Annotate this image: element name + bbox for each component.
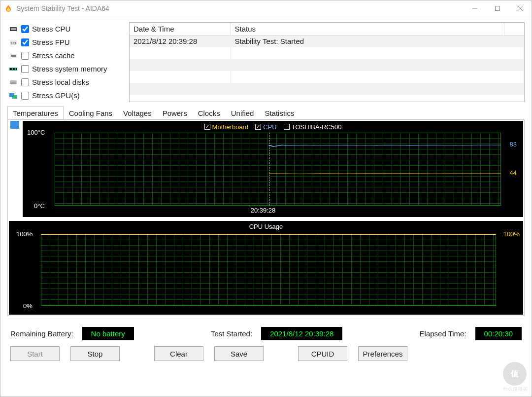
log-status: Stability Test: Started [231, 36, 524, 47]
tabs-body: Motherboard CPU TOSHIBA-RC500 100°C 0°C [7, 119, 525, 316]
stress-fpu-label: Stress FPU [32, 38, 70, 46]
tab-unified[interactable]: Unified [226, 106, 260, 120]
fpu-icon: 123 [7, 38, 19, 47]
temperature-chart: Motherboard CPU TOSHIBA-RC500 100°C 0°C [9, 121, 523, 217]
window-controls [464, 0, 532, 16]
window-title: System Stability Test - AIDA64 [16, 4, 464, 12]
legend-motherboard[interactable]: Motherboard [204, 123, 249, 131]
temp-y-bottom: 0°C [34, 202, 45, 210]
stress-cache-checkbox[interactable] [21, 52, 29, 60]
checkbox-icon [284, 124, 290, 130]
tab-temperatures[interactable]: Temperatures [7, 106, 64, 120]
save-button[interactable]: Save [214, 346, 264, 361]
tab-clocks[interactable]: Clocks [193, 106, 226, 120]
checkbox-icon [255, 124, 261, 130]
cache-icon [7, 51, 19, 60]
svg-rect-1 [496, 6, 500, 10]
svg-rect-15 [16, 68, 17, 70]
checkbox-icon [204, 124, 210, 130]
stop-button[interactable]: Stop [70, 346, 120, 361]
temp-y-top: 100°C [27, 129, 45, 136]
stress-gpu-label: Stress GPU(s) [32, 91, 80, 100]
elapsed-value: 00:20:30 [475, 327, 522, 340]
svg-rect-5 [11, 28, 16, 30]
svg-point-18 [10, 82, 17, 84]
log-row [130, 47, 524, 59]
svg-rect-9 [11, 55, 16, 57]
maximize-button[interactable] [486, 0, 509, 16]
battery-value: No battery [82, 327, 134, 340]
stress-fpu-checkbox[interactable] [21, 38, 29, 46]
log-row [130, 59, 524, 71]
svg-rect-13 [13, 68, 14, 70]
temp-lines [55, 133, 501, 206]
test-started-label: Test Started: [211, 329, 252, 338]
tab-voltages[interactable]: Voltages [118, 106, 157, 120]
svg-rect-20 [12, 95, 17, 99]
stress-cache-label: Stress cache [32, 51, 75, 60]
legend-label: Motherboard [212, 123, 249, 131]
cpu-right-value: 100% [503, 230, 520, 238]
temp-cpu-value: 83 [510, 141, 517, 148]
stress-memory-label: Stress system memory [32, 65, 107, 73]
app-window: System Stability Test - AIDA64 Stress CP… [0, 0, 532, 397]
elapsed-label: Elapsed Time: [420, 329, 466, 338]
cpu-usage-line [41, 234, 496, 235]
svg-rect-14 [14, 68, 15, 70]
cpu-usage-chart: CPU Usage 100% 0% 100% [9, 221, 523, 315]
memory-icon [7, 65, 19, 73]
chart-scrollbar[interactable] [9, 121, 23, 217]
tab-cooling-fans[interactable]: Cooling Fans [64, 106, 118, 120]
svg-rect-12 [11, 68, 12, 70]
svg-text:123: 123 [10, 41, 16, 45]
legend-label: CPU [263, 123, 276, 131]
tab-powers[interactable]: Powers [157, 106, 193, 120]
gpu-icon [7, 91, 19, 100]
temp-graph-area: 100°C 0°C 83 44 [55, 133, 501, 206]
cpu-y-top: 100% [16, 230, 33, 238]
cpuid-button[interactable]: CPUID [298, 346, 347, 361]
temp-mobo-value: 44 [510, 169, 517, 177]
stress-disks-checkbox[interactable] [21, 78, 29, 86]
legend-cpu[interactable]: CPU [255, 123, 276, 131]
clear-button[interactable]: Clear [154, 346, 203, 361]
app-icon [4, 4, 12, 12]
cpu-usage-title: CPU Usage [9, 221, 523, 234]
event-log: Date & Time Status 2021/8/12 20:39:28Sta… [129, 22, 525, 102]
legend-label: TOSHIBA-RC500 [292, 123, 342, 131]
stress-options: Stress CPU 123Stress FPU Stress cache St… [7, 22, 123, 102]
stress-disks-label: Stress local disks [32, 78, 89, 86]
stress-cpu-label: Stress CPU [32, 25, 70, 33]
test-started-value: 2021/8/12 20:39:28 [261, 327, 342, 340]
log-row [130, 71, 524, 83]
scrollbar-thumb[interactable] [10, 121, 19, 129]
preferences-button[interactable]: Preferences [358, 346, 407, 361]
minimize-button[interactable] [464, 0, 486, 16]
stress-memory-checkbox[interactable] [21, 65, 29, 73]
temp-legend: Motherboard CPU TOSHIBA-RC500 [23, 121, 523, 133]
stress-gpu-checkbox[interactable] [21, 92, 29, 100]
button-bar: Start Stop Clear Save CPUID Preferences [7, 346, 525, 367]
legend-toshiba[interactable]: TOSHIBA-RC500 [284, 123, 342, 131]
cpu-y-bottom: 0% [23, 302, 33, 310]
log-header-date[interactable]: Date & Time [130, 23, 231, 36]
log-row [130, 83, 524, 95]
stress-cpu-checkbox[interactable] [21, 25, 29, 33]
battery-label: Remaining Battery: [10, 329, 73, 338]
tab-statistics[interactable]: Statistics [259, 106, 299, 120]
log-date: 2021/8/12 20:39:28 [130, 36, 231, 47]
tabs: Temperatures Cooling Fans Voltages Power… [7, 106, 525, 120]
log-header-blank [504, 23, 524, 36]
cpu-graph-area: 100% 0% 100% [41, 234, 496, 306]
log-row[interactable]: 2021/8/12 20:39:28Stability Test: Starte… [130, 36, 524, 47]
temp-x-marker: 20:39:28 [3, 206, 523, 217]
watermark: 值 什么值得买 [503, 362, 528, 393]
disks-icon [7, 78, 19, 87]
log-header-status[interactable]: Status [231, 23, 504, 36]
titlebar: System Stability Test - AIDA64 [0, 0, 532, 16]
close-button[interactable] [509, 0, 532, 16]
cpu-icon [7, 25, 19, 34]
status-bar: Remaining Battery: No battery Test Start… [7, 316, 525, 346]
start-button[interactable]: Start [10, 346, 60, 361]
svg-rect-11 [10, 68, 11, 70]
